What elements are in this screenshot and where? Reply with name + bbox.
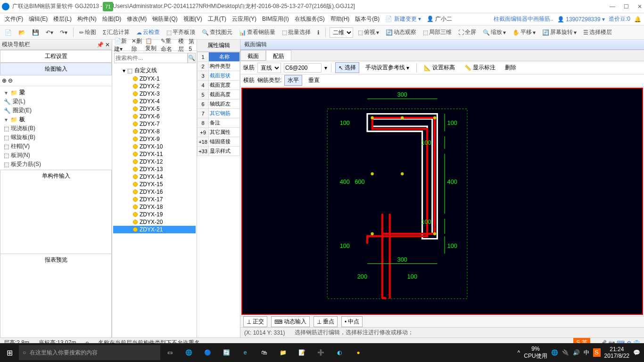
app-icon-6[interactable]: ● xyxy=(349,343,368,362)
menu-draw[interactable]: 绘图(D) xyxy=(100,14,124,24)
phone-label[interactable]: 👤 13907298339 ▾ xyxy=(557,16,605,23)
property-row[interactable]: +9其它属性 xyxy=(198,128,240,137)
component-item[interactable]: ZDYX-18 xyxy=(113,203,196,211)
midpoint-snap-button[interactable]: • 中点 xyxy=(341,316,363,327)
menu-floor[interactable]: 楼层(L) xyxy=(51,14,74,24)
expand-icon[interactable]: ⊕ xyxy=(2,77,7,84)
section-canvas[interactable]: 300 100 100 400 100 100 100 400 600 100 … xyxy=(241,88,643,315)
menu-modify[interactable]: 修改(M) xyxy=(125,14,149,24)
component-item[interactable]: ZDYX-21 xyxy=(113,226,196,233)
tab-draw-input[interactable]: 绘图输入 xyxy=(0,63,112,75)
tree-beam[interactable]: ▾📁 梁 xyxy=(2,88,110,97)
draw-button[interactable]: ✏ 绘图 xyxy=(77,27,98,37)
component-item[interactable]: ZDYX-17 xyxy=(113,196,196,203)
notification-center-icon[interactable]: 💬 xyxy=(633,349,640,356)
rotate-screen-button[interactable]: 🔄 屏幕旋转▾ xyxy=(540,27,578,37)
search-button[interactable]: 🔍 xyxy=(188,53,196,63)
component-parent[interactable]: ▾⬚ 自定义线 xyxy=(113,66,196,75)
save-button[interactable]: 💾 xyxy=(30,28,41,37)
component-item[interactable]: ZDYX-19 xyxy=(113,211,196,218)
component-item[interactable]: ZDYX-9 xyxy=(113,135,196,143)
component-item[interactable]: ZDYX-13 xyxy=(113,165,196,173)
tree-column-cap[interactable]: ⬚ 柱帽(V) xyxy=(2,142,110,151)
close-icon[interactable]: ✕ xyxy=(637,3,642,10)
edge-icon[interactable]: e xyxy=(236,343,255,362)
close-panel-icon[interactable]: ✕ xyxy=(105,41,110,48)
top-view-button[interactable]: ⬚ 俯视▾ xyxy=(356,27,381,37)
app-icon-5[interactable]: ◐ xyxy=(330,343,349,362)
property-row[interactable]: 3截面形状 xyxy=(198,71,240,81)
property-row[interactable]: 7其它钢筋 xyxy=(198,109,240,118)
batch-select-button[interactable]: ⬚ 批量选择 xyxy=(280,27,313,37)
tree-spiral-slab[interactable]: ⬚ 螺旋板(B) xyxy=(2,133,110,142)
open-file-button[interactable]: 📂 xyxy=(17,28,27,37)
tab-single-component[interactable]: 单构件输入 xyxy=(0,170,112,254)
tip-link[interactable]: 柱截面编辑器中画箍筋.. xyxy=(494,15,553,23)
menu-view[interactable]: 视图(V) xyxy=(182,14,204,24)
menu-version[interactable]: 版本号(B) xyxy=(353,14,381,24)
local-3d-button[interactable]: ⬚ 局部三维 xyxy=(421,27,454,37)
app-icon-1[interactable]: 🌐 xyxy=(179,343,198,362)
store-icon[interactable]: 🛍 xyxy=(255,343,273,362)
ime-icon[interactable]: 中 xyxy=(584,349,589,357)
rebar-spec-input[interactable] xyxy=(284,63,322,73)
tab-section[interactable]: 截面 xyxy=(240,50,266,61)
minimize-icon[interactable]: — xyxy=(610,3,615,10)
property-row[interactable]: +33显示样式 xyxy=(198,147,240,156)
manual-ref-button[interactable]: 手动设置参考线 ▾ xyxy=(362,62,413,73)
menu-component[interactable]: 构件(N) xyxy=(75,14,99,24)
menu-bim[interactable]: BIM应用(I) xyxy=(260,14,291,24)
set-elevation-button[interactable]: 📐 设置标高 xyxy=(421,62,458,73)
property-row[interactable]: 6轴线距左 xyxy=(198,99,240,109)
component-item[interactable]: ZDYX-2 xyxy=(113,82,196,90)
component-item[interactable]: ZDYX-12 xyxy=(113,158,196,165)
menu-file[interactable]: 文件(F) xyxy=(3,14,25,24)
component-item[interactable]: ZDYX-10 xyxy=(113,143,196,150)
component-item[interactable]: ZDYX-3 xyxy=(113,90,196,98)
fullscreen-button[interactable]: ⛶ 全屏 xyxy=(456,27,478,37)
menu-cloud[interactable]: 云应用(Y) xyxy=(230,14,258,24)
view-mode-select[interactable]: 二维 xyxy=(330,27,353,38)
component-item[interactable]: ZDYX-5 xyxy=(113,105,196,113)
component-search-input[interactable] xyxy=(114,53,188,63)
help-icon[interactable]: ℹ xyxy=(315,28,322,37)
notification-badge[interactable]: 71 xyxy=(103,2,113,11)
orbit-button[interactable]: 🔄 动态观察 xyxy=(384,27,418,37)
component-item[interactable]: ZDYX-6 xyxy=(113,113,196,120)
tree-slab-rebar[interactable]: ⬚ 板受力筋(S) xyxy=(2,160,110,169)
show-dim-button[interactable]: 📏 显示标注 xyxy=(461,62,499,73)
menu-tools[interactable]: 工具(T) xyxy=(206,14,228,24)
maximize-icon[interactable]: ☐ xyxy=(624,3,629,10)
menu-online[interactable]: 在线服务(S) xyxy=(293,14,327,24)
horizontal-button[interactable]: 水平 xyxy=(284,75,302,86)
component-item[interactable]: ZDYX-14 xyxy=(113,173,196,181)
zoom-button[interactable]: 🔍 缩放▾ xyxy=(481,27,508,37)
tab-rebar[interactable]: 配筋 xyxy=(266,50,291,61)
tab-project-settings[interactable]: 工程设置 xyxy=(0,50,112,62)
power-icon[interactable]: 🔌 xyxy=(562,349,569,356)
find-element-button[interactable]: 🔍 查找图元 xyxy=(200,27,234,37)
notes-icon[interactable]: 📝 xyxy=(292,343,311,362)
tree-ring-beam[interactable]: 🔧 圈梁(E) xyxy=(2,106,110,115)
line-type-select[interactable]: 直线 xyxy=(257,63,281,73)
user-button[interactable]: 👤 广小二 xyxy=(425,14,454,24)
menu-help[interactable]: 帮助(H) xyxy=(329,14,352,24)
property-row[interactable]: 8备注 xyxy=(198,118,240,128)
property-row[interactable]: 5截面高度 xyxy=(198,90,240,99)
tree-beam-l[interactable]: 🔧 梁(L) xyxy=(2,97,110,106)
tree-cast-slab[interactable]: ⬚ 现浇板(B) xyxy=(2,124,110,133)
tray-expand-icon[interactable]: ^ xyxy=(518,349,520,356)
property-row[interactable]: +18锚固搭接 xyxy=(198,137,240,147)
app-icon-4[interactable]: ➕ xyxy=(311,343,330,362)
align-slab-button[interactable]: ⬚ 平齐板顶 xyxy=(165,27,197,37)
component-item[interactable]: ZDYX-8 xyxy=(113,128,196,135)
component-item[interactable]: ZDYX-1 xyxy=(113,75,196,82)
tree-slab[interactable]: ▾📁 板 xyxy=(2,115,110,124)
explorer-icon[interactable]: 📁 xyxy=(273,343,292,362)
property-row[interactable]: 4截面宽度 xyxy=(198,81,240,90)
new-change-button[interactable]: 📄 新建变更 ▾ xyxy=(383,14,423,24)
property-tab[interactable]: 属性编辑 xyxy=(197,40,240,52)
view-rebar-button[interactable]: 📊 查看钢筋量 xyxy=(237,27,277,37)
app-icon-2[interactable]: 🔵 xyxy=(198,343,217,362)
redo-button[interactable]: ↷▾ xyxy=(58,28,69,37)
